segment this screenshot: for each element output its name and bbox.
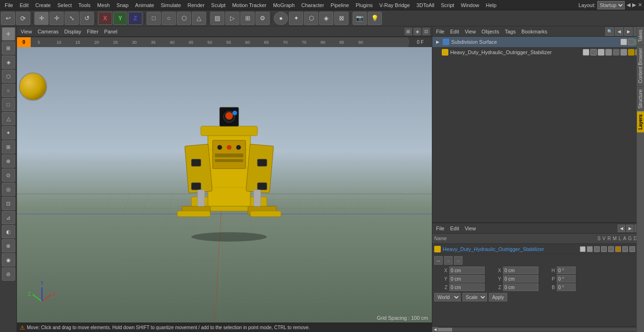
world-select[interactable]: World Object Parent (434, 293, 461, 301)
attr-vis-v[interactable] (587, 246, 593, 252)
object-cylinder-button[interactable]: ⬡ (177, 12, 191, 25)
left-btn-4[interactable]: ⬡ (2, 70, 15, 83)
obj-menu-view[interactable]: View (463, 28, 478, 35)
menu-plugins[interactable]: Plugins (353, 1, 375, 9)
attr-vis-g[interactable] (622, 246, 628, 252)
material-ball[interactable] (19, 73, 47, 101)
menu-pipeline[interactable]: Pipeline (328, 1, 352, 9)
attr-vis-r[interactable] (594, 246, 600, 252)
side-tab-takes[interactable]: Takes (637, 26, 644, 45)
edge-mode-button[interactable]: ⬡ (304, 12, 318, 25)
layout-select[interactable]: Startup (597, 1, 625, 9)
scale-button[interactable]: ⤡ (65, 12, 79, 25)
obj-menu-edit[interactable]: Edit (448, 28, 461, 35)
obj-tag-3[interactable] (613, 49, 619, 56)
menu-animate[interactable]: Animate (132, 1, 157, 9)
left-btn-9[interactable]: ⊞ (2, 140, 15, 154)
attr-arrow-left[interactable]: ◀ (618, 225, 625, 232)
attr-arrow-right[interactable]: ▶ (626, 225, 634, 232)
layout-arrow-left[interactable]: ◀ (627, 2, 630, 8)
apply-button[interactable]: Apply (489, 293, 507, 301)
obj-menu-bookmarks[interactable]: Bookmarks (520, 28, 549, 35)
menu-character[interactable]: Character (298, 1, 327, 9)
obj-lock-btn-1[interactable] (628, 39, 635, 45)
axis-x-button[interactable]: X (98, 12, 112, 25)
left-btn-11[interactable]: ⊙ (2, 169, 15, 182)
obj-vis-btn-1[interactable] (620, 39, 627, 45)
viewport-canvas[interactable]: Perspective (17, 37, 432, 323)
object-sphere-button[interactable]: ○ (162, 12, 176, 25)
menu-mograph[interactable]: MoGraph (270, 1, 297, 9)
timeline-ruler[interactable]: 5 10 15 20 25 30 35 40 45 50 55 60 (31, 37, 408, 47)
attr-vis-s[interactable] (580, 246, 586, 252)
obj-lock-btn-2[interactable] (590, 49, 597, 56)
obj-arrow-left[interactable]: ◀ (615, 27, 623, 36)
obj-menu-tags[interactable]: Tags (503, 28, 518, 35)
left-btn-15[interactable]: ◐ (2, 225, 15, 238)
menu-script[interactable]: Script (438, 1, 457, 9)
left-btn-17[interactable]: ◉ (2, 253, 15, 267)
coord-icon-1[interactable]: -- (434, 256, 443, 265)
light-button[interactable]: 💡 (368, 12, 382, 25)
obj-arrow-right[interactable]: ▶ (624, 27, 633, 36)
point-mode-button[interactable]: ✦ (289, 12, 303, 25)
obj-tag-5[interactable] (628, 49, 635, 56)
attr-item-name[interactable]: Heavy_Duty_Hydraulic_Outrigger_Stabilize… (443, 246, 578, 252)
vp-icon-1[interactable]: ⊞ (405, 28, 412, 35)
attr-vis-a[interactable] (615, 246, 621, 252)
camera-button[interactable]: 📷 (353, 12, 367, 25)
attr-menu-file[interactable]: File (434, 225, 446, 232)
obj-tag-4[interactable] (620, 49, 627, 56)
render-region-button[interactable]: ▨ (210, 12, 224, 25)
vp-menu-display[interactable]: Display (62, 28, 83, 35)
obj-vis-btn-2[interactable] (583, 49, 589, 56)
coord-icon-2[interactable]: -- (444, 256, 453, 265)
object-mode-button[interactable]: ● (274, 12, 288, 25)
left-btn-10[interactable]: ⊗ (2, 154, 15, 168)
undo-button[interactable]: ↩ (1, 12, 15, 25)
menu-render[interactable]: Render (185, 1, 207, 9)
side-tab-layers[interactable]: Layers (637, 111, 644, 132)
left-btn-12[interactable]: ◎ (2, 183, 15, 196)
left-btn-18[interactable]: ⊘ (2, 267, 15, 281)
obj-menu-file[interactable]: File (434, 28, 446, 35)
attr-vis-d[interactable] (629, 246, 635, 252)
left-btn-3[interactable]: ◈ (2, 56, 15, 69)
menu-help[interactable]: Help (483, 1, 500, 9)
object-cone-button[interactable]: △ (192, 12, 206, 25)
menu-snap[interactable]: Snap (114, 1, 132, 9)
obj-item-subdivision[interactable]: ▶ Subdivision Surface ✓ (432, 37, 644, 47)
side-tab-structure[interactable]: Structure (637, 86, 644, 112)
vp-menu-view[interactable]: View (19, 28, 34, 35)
size-y-input[interactable] (503, 275, 538, 283)
redo-button[interactable]: ⟳ (16, 12, 30, 25)
render-picture-viewer-button[interactable]: ⊞ (240, 12, 255, 25)
menu-window[interactable]: Window (458, 1, 482, 9)
menu-simulate[interactable]: Simulate (158, 1, 184, 9)
scroll-left[interactable]: ◀ (432, 327, 438, 332)
h-input[interactable] (557, 267, 576, 274)
menu-motion-tracker[interactable]: Motion Tracker (229, 1, 269, 9)
menu-edit[interactable]: Edit (17, 1, 32, 9)
attr-vis-l[interactable] (608, 246, 614, 252)
b-input[interactable] (557, 283, 576, 291)
menu-file[interactable]: File (2, 1, 16, 9)
menu-vray[interactable]: V-Ray Bridge (377, 1, 413, 9)
select-mode-button[interactable]: ✛ (34, 12, 49, 25)
object-box-button[interactable]: □ (147, 12, 161, 25)
vp-menu-cameras[interactable]: Cameras (36, 28, 61, 35)
layout-x-icon[interactable]: ✕ (638, 2, 642, 8)
render-settings-button[interactable]: ⚙ (256, 12, 270, 25)
obj-menu-objects[interactable]: Objects (479, 28, 501, 35)
polygon-mode-button[interactable]: ◈ (319, 12, 333, 25)
viewport-container[interactable]: View Cameras Display Filter Panel ⊞ ◈ ⊡ … (17, 26, 432, 323)
attr-item-row[interactable]: Heavy_Duty_Hydraulic_Outrigger_Stabilize… (432, 244, 644, 254)
obj-tag-1[interactable] (598, 49, 604, 56)
rotate-button[interactable]: ↺ (80, 12, 94, 25)
vp-icon-3[interactable]: ⊡ (422, 28, 430, 35)
menu-select[interactable]: Select (55, 1, 75, 9)
uv-mode-button[interactable]: ⊠ (334, 12, 348, 25)
left-btn-16[interactable]: ⊕ (2, 239, 15, 252)
left-btn-5[interactable]: ○ (2, 84, 15, 97)
obj-tag-2[interactable] (605, 49, 612, 56)
